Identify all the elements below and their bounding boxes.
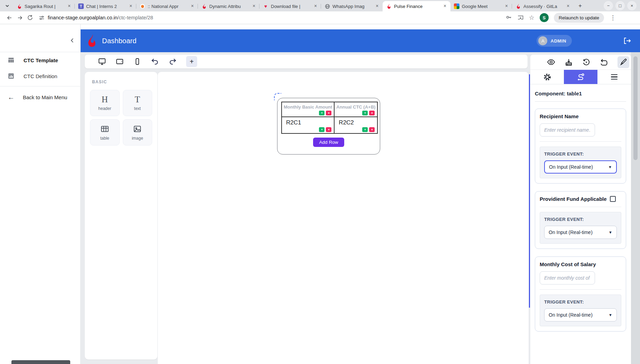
reset-icon[interactable] [600,58,608,66]
bookmark-star-icon[interactable]: ☆ [529,14,534,21]
forward-icon[interactable] [15,12,25,23]
scrollbar[interactable] [631,52,640,364]
header-placeholder[interactable]: Annual CTC (A+B) [336,104,375,110]
add-row-cell-button[interactable]: + [362,127,368,132]
tab-close-icon[interactable]: × [565,3,571,9]
desktop-view-icon[interactable] [98,57,106,66]
maximize-button[interactable]: □ [615,1,625,10]
cell-actions: + × [284,111,332,115]
browser-tab[interactable]: Dynamic Attribu × [198,1,259,11]
tab-title: WhatsApp Imag [332,4,372,9]
tab-menu[interactable] [597,70,631,84]
tab-close-icon[interactable]: × [251,3,257,9]
tab-close-icon[interactable]: × [374,3,380,9]
minimize-button[interactable]: − [604,1,613,10]
header-placeholder[interactable]: Monthly Basic Amount [284,104,332,110]
install-icon[interactable] [517,15,524,21]
browser-tab[interactable]: :: National Appr × [136,1,198,11]
palette-item-image[interactable]: image [123,119,153,146]
browser-tab[interactable]: Assessify · GitLa × [512,1,574,11]
table-header-cell[interactable]: Annual CTC (A+B) + × [334,102,377,117]
url-text[interactable]: finance-stage.ourgoalplan.co.in/ctc-temp… [48,15,153,20]
add-column-button[interactable]: + [319,111,324,115]
profile-avatar[interactable]: S [540,13,549,22]
delete-column-button[interactable]: × [369,111,375,115]
browser-tab-active[interactable]: Pulse Finance × [383,1,450,11]
sidebar-item-ctc-template[interactable]: CTC Template [0,52,80,68]
tab-close-icon[interactable]: × [66,3,72,9]
tab-close-icon[interactable]: × [313,3,318,9]
globe-favicon [324,3,330,9]
monthly-cost-input[interactable] [540,271,595,284]
palette-item-table[interactable]: table [90,119,120,146]
url-box[interactable]: finance-stage.ourgoalplan.co.in/ctc-temp… [39,15,153,21]
trigger-event-select[interactable]: On Input (Real-time) ▼ [544,308,617,321]
tab-settings[interactable] [530,70,564,84]
browser-tab[interactable]: WhatsApp Imag × [321,1,383,11]
site-info-icon[interactable] [39,15,45,21]
table-header-cell[interactable]: Monthly Basic Amount + × [282,102,334,117]
reload-icon[interactable] [25,12,35,23]
palette-item-text[interactable]: T text [123,90,153,116]
history-icon[interactable] [582,58,591,66]
add-component-button[interactable]: + [186,56,197,67]
undo-icon[interactable] [151,57,159,66]
cell-value[interactable]: R2C1 [284,118,332,126]
tab-close-icon[interactable]: × [128,3,134,9]
cell-value[interactable]: R2C2 [336,118,375,126]
card-divider [540,141,621,142]
palette-item-label: image [132,136,143,141]
add-column-button[interactable]: + [362,111,368,115]
back-icon[interactable] [4,12,15,23]
relaunch-button[interactable]: Relaunch to update [554,13,604,23]
trigger-event-box: TRIGGER EVENT: On Input (Real-time) ▼ [540,212,621,244]
back-to-main-menu-label: Back to Main Menu [23,94,67,100]
browser-tab[interactable]: Sagarika Rout | × [13,1,75,11]
new-tab-button[interactable]: + [576,1,585,10]
url-path: /ctc-template/28 [118,15,153,20]
delete-row-cell-button[interactable]: × [369,127,375,132]
trigger-event-select[interactable]: On Input (Real-time) ▼ [544,226,617,239]
recipient-name-input[interactable] [540,123,595,137]
table-cell[interactable]: R2C1 + × [282,117,334,133]
preview-eye-icon[interactable] [547,58,555,66]
redo-icon[interactable] [168,57,177,66]
browser-tab[interactable]: Google Meet × [450,1,512,11]
delete-row-cell-button[interactable]: × [326,127,331,132]
save-icon[interactable] [565,58,573,66]
design-canvas[interactable]: Monthly Basic Amount + × Annual CTC (A+B… [158,72,529,364]
add-row-cell-button[interactable]: + [319,127,324,132]
table-component[interactable]: Monthly Basic Amount + × Annual CTC (A+B… [277,98,380,155]
trigger-event-select[interactable]: On Input (Real-time) ▼ [544,160,617,174]
tab-close-icon[interactable]: × [190,3,195,9]
provident-fund-checkbox[interactable] [610,196,616,202]
header-glyph-icon: H [102,95,108,104]
palette-item-label: text [134,106,141,111]
tab-search-chevron-icon[interactable] [3,1,12,10]
google-meet-favicon [454,3,459,9]
mobile-view-icon[interactable] [133,57,141,66]
tab-close-icon[interactable]: × [442,3,448,9]
tab-triggers[interactable] [564,70,597,84]
editor-area: + BASIC H header T text [81,52,640,364]
sidebar-item-ctc-definition[interactable]: CTC Definition [0,68,80,84]
heart-favicon: ♥ [263,3,268,9]
tab-close-icon[interactable]: × [504,3,509,9]
password-key-icon[interactable] [505,15,512,21]
insp-content: Component: table1 Recipient Name TRIGGER… [530,84,631,332]
tablet-view-icon[interactable] [116,57,124,66]
scrollbar-thumb[interactable] [633,56,638,160]
browser-tab[interactable]: ♥ Download file | × [259,1,321,11]
sidebar-collapse-icon[interactable] [69,37,75,44]
logout-icon[interactable] [623,37,631,45]
palette-item-header[interactable]: H header [90,90,120,116]
user-menu[interactable]: A ADMIN [537,35,572,47]
browser-tab[interactable]: T Chat | Interns 2 × [75,1,136,11]
add-row-button[interactable]: Add Row [313,138,344,147]
window-close-button[interactable]: × [627,1,637,10]
browser-menu-kebab-icon[interactable]: ⋮ [609,14,616,21]
brush-tool-selected[interactable] [618,56,629,68]
table-cell[interactable]: R2C2 + × [334,117,377,133]
back-to-main-menu[interactable]: ← Back to Main Menu [0,89,80,105]
delete-column-button[interactable]: × [326,111,331,115]
